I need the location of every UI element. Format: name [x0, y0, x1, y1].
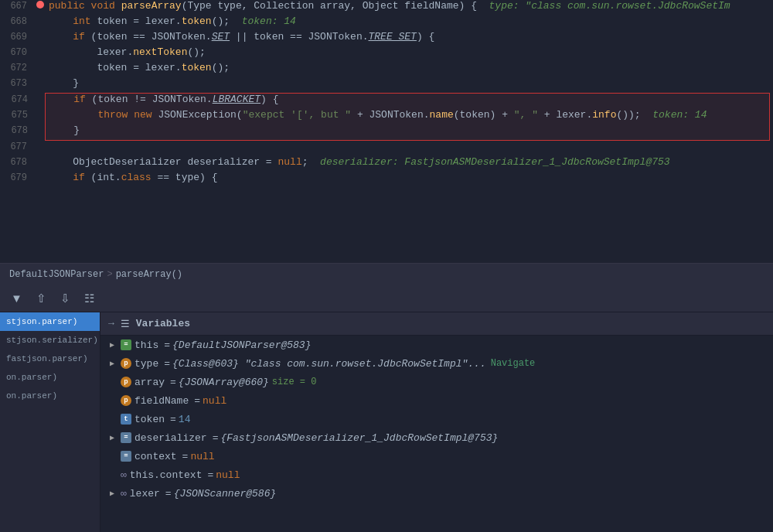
- line-content-678-block: }: [46, 124, 769, 136]
- line-content-675: throw new JSONException("exepct '[', but…: [46, 109, 769, 121]
- arrow-icon: →: [108, 318, 114, 329]
- sidebar-label-3: on.parser): [6, 373, 57, 382]
- var-size-array: size = 0: [272, 377, 317, 387]
- debug-toolbar: ▼ ⇧ ⇩ ☷: [0, 285, 773, 312]
- step-up-button[interactable]: ⇧: [32, 288, 51, 309]
- expand-this[interactable]: ▶: [107, 339, 117, 350]
- var-value-lexer: {JSONScanner@586}: [174, 488, 277, 500]
- var-eq-fieldname: =: [194, 395, 200, 407]
- variables-header: → ☰ Variables: [100, 312, 773, 336]
- breadcrumb-class: DefaultJSONParser: [9, 269, 104, 280]
- var-name-this-context: this.context: [130, 469, 203, 481]
- var-value-fieldname: null: [203, 395, 226, 407]
- dropdown-button[interactable]: ▼: [6, 288, 27, 308]
- sidebar-label-0: stjson.parser): [6, 317, 77, 326]
- line-content-677: [46, 141, 773, 152]
- line-number-675: 675: [1, 110, 36, 121]
- code-line-678-block: 678 }: [46, 124, 769, 140]
- line-number-677: 677: [0, 142, 35, 152]
- code-line-669: 669 if (token == JSONToken.SET || token …: [0, 31, 773, 46]
- code-line-668: 668 int token = lexer.token(); token: 14: [0, 15, 773, 31]
- sidebar-item-2[interactable]: fastjson.parser): [0, 350, 100, 368]
- sidebar-label-1: stjson.serializer): [6, 336, 98, 345]
- icon-array: p: [121, 377, 131, 387]
- breadcrumb-bar: DefaultJSONParser > parseArray(): [0, 263, 773, 285]
- variables-title: Variables: [136, 318, 190, 329]
- line-content-668: int token = lexer.token(); token: 14: [46, 15, 773, 27]
- app-layout: 667 public void parseArray(Type type, Co…: [0, 0, 773, 532]
- var-eq-deserializer: =: [213, 432, 219, 444]
- expand-lexer[interactable]: ▶: [107, 488, 117, 499]
- var-eq-array: =: [170, 377, 176, 388]
- var-row-fieldname[interactable]: ▶ p fieldName = null: [100, 391, 773, 410]
- expand-type[interactable]: ▶: [107, 358, 117, 369]
- line-content-667: public void parseArray(Type type, Collec…: [46, 0, 773, 12]
- bottom-main: stjson.parser) stjson.serializer) fastjs…: [0, 312, 773, 532]
- code-line-679: 679 if (int.class == type) {: [0, 172, 773, 187]
- line-number-670: 670: [0, 47, 35, 58]
- filter-button[interactable]: ☷: [80, 288, 99, 309]
- var-value-deserializer: {FastjsonASMDeserializer_1_JdbcRowSetImp…: [220, 432, 498, 444]
- line-number-667: 667: [0, 1, 35, 12]
- var-name-type: type: [135, 358, 158, 370]
- var-value-this-context: null: [216, 469, 240, 481]
- expand-array[interactable]: ▶: [107, 377, 117, 387]
- expand-context[interactable]: ▶: [107, 451, 117, 462]
- line-number-679: 679: [0, 172, 35, 183]
- var-eq-token: =: [170, 414, 176, 425]
- var-row-this[interactable]: ▶ = this = {DefaultJSONParser@583}: [100, 336, 773, 354]
- sidebar-item-3[interactable]: on.parser): [0, 368, 100, 387]
- code-line-677: 677: [0, 141, 773, 156]
- icon-deserializer: =: [121, 432, 131, 443]
- step-down-button[interactable]: ⇩: [56, 288, 75, 309]
- line-content-672: token = lexer.token();: [46, 62, 773, 73]
- var-eq-lexer: =: [165, 488, 172, 500]
- sidebar-item-1[interactable]: stjson.serializer): [0, 331, 100, 350]
- var-row-lexer[interactable]: ▶ ∞ lexer = {JSONScanner@586}: [100, 484, 773, 503]
- breadcrumb-method: parseArray(): [116, 269, 182, 280]
- var-value-context: null: [190, 451, 214, 462]
- highlighted-block: 674 if (token != JSONToken.LBRACKET) { 6…: [0, 93, 773, 141]
- var-row-this-context[interactable]: ▶ ∞ this.context = null: [100, 466, 773, 484]
- expand-token[interactable]: ▶: [107, 414, 117, 425]
- line-number-669: 669: [0, 32, 35, 43]
- sidebar-item-4[interactable]: on.parser): [0, 387, 100, 405]
- var-eq-this: =: [164, 339, 170, 351]
- bottom-section: ▼ ⇧ ⇩ ☷ stjson.parser) stjson.serializer…: [0, 285, 773, 532]
- line-number-678-block: 678: [1, 125, 36, 136]
- var-row-deserializer[interactable]: ▶ = deserializer = {FastjsonASMDeseriali…: [100, 428, 773, 447]
- var-name-fieldname: fieldName: [135, 395, 189, 407]
- code-line-670: 670 lexer.nextToken();: [0, 46, 773, 62]
- code-line-673: 673 }: [0, 77, 773, 93]
- breadcrumb-separator: >: [107, 269, 112, 280]
- code-editor: 667 public void parseArray(Type type, Co…: [0, 0, 773, 285]
- var-row-context[interactable]: ▶ = context = null: [100, 447, 773, 466]
- icon-type: p: [121, 358, 131, 369]
- var-value-token: 14: [179, 414, 191, 425]
- line-content-674: if (token != JSONToken.LBRACKET) {: [46, 94, 769, 105]
- expand-deserializer[interactable]: ▶: [107, 432, 117, 443]
- line-number-668: 668: [0, 16, 35, 27]
- expand-fieldname[interactable]: ▶: [107, 395, 117, 406]
- icon-token: t: [121, 414, 131, 425]
- var-value-this: {DefaultJSONParser@583}: [172, 339, 311, 351]
- navigate-link[interactable]: Navigate: [491, 358, 536, 369]
- expand-this-context[interactable]: ▶: [107, 469, 117, 480]
- var-row-token[interactable]: ▶ t token = 14: [100, 410, 773, 428]
- breakpoint-667: [36, 1, 44, 9]
- icon-oo-lexer: ∞: [121, 488, 127, 500]
- sidebar-item-0[interactable]: stjson.parser): [0, 312, 100, 331]
- line-number-674: 674: [1, 94, 36, 105]
- var-row-type[interactable]: ▶ p type = {Class@603} "class com.sun.ro…: [100, 354, 773, 373]
- gutter-667: [35, 1, 46, 9]
- sidebar-label-2: fastjson.parser): [6, 354, 88, 363]
- line-number-673: 673: [0, 78, 35, 89]
- var-name-deserializer: deserializer: [135, 432, 207, 444]
- line-number-678: 678: [0, 157, 35, 168]
- var-row-array[interactable]: ▶ p array = {JSONArray@660} size = 0: [100, 373, 773, 391]
- var-eq-context: =: [182, 451, 189, 462]
- var-eq-this-context: =: [207, 469, 213, 481]
- var-name-lexer: lexer: [130, 488, 160, 500]
- code-lines: 667 public void parseArray(Type type, Co…: [0, 0, 773, 187]
- variables-panel: → ☰ Variables ▶ = this = {DefaultJSONPar…: [100, 312, 773, 532]
